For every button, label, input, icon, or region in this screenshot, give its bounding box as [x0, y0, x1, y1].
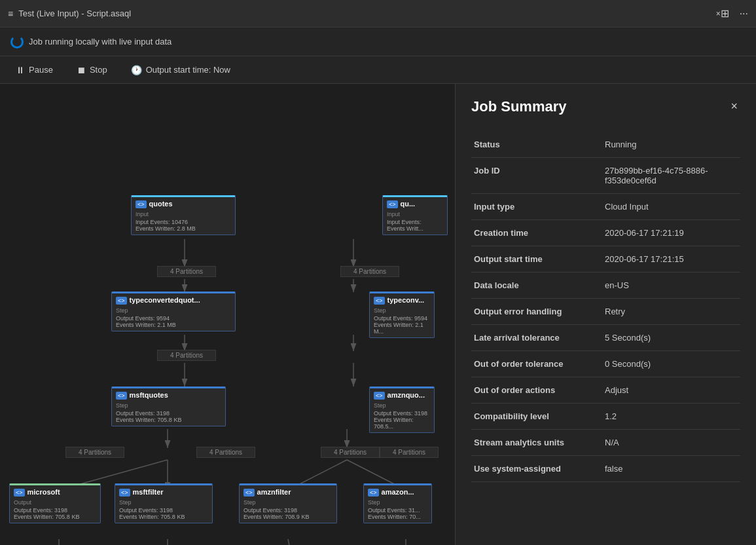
summary-row: Output error handlingRetry: [471, 299, 740, 325]
step-icon6: <>: [243, 489, 255, 497]
node-microsoft-out[interactable]: <> microsoft Output Output Events: 3198 …: [9, 483, 101, 523]
node-typeconvert1-title: typeconvertedquot...: [130, 296, 200, 304]
summary-row-label: Compatibility level: [471, 404, 602, 430]
summary-row-label: Output start time: [471, 246, 602, 272]
summary-row-value: false: [602, 456, 740, 482]
node-amznfilter-title: amznfilter: [257, 488, 291, 496]
summary-row: StatusRunning: [471, 132, 740, 158]
node-quotes2-stat1: Input Events:: [387, 219, 443, 225]
step-icon1: <>: [116, 297, 127, 305]
step-icon5: <>: [119, 489, 130, 497]
more-icon[interactable]: ···: [740, 8, 748, 20]
node-quotes2[interactable]: <> qu... Input Input Events: Events Writ…: [382, 195, 448, 235]
job-summary-panel: Job Summary × StatusRunningJob ID27b899b…: [455, 84, 756, 545]
stop-button[interactable]: ⏹ Stop: [71, 62, 113, 78]
step-icon2: <>: [374, 297, 385, 305]
node-typeconvert1[interactable]: <> typeconvertedquot... Step Output Even…: [111, 291, 236, 331]
pause-icon: ⏸: [16, 65, 25, 75]
pause-label: Pause: [29, 65, 53, 75]
output-start-time-button[interactable]: 🕐 Output start time: Now: [126, 62, 236, 78]
node-msftfilter[interactable]: <> msftfilter Step Output Events: 3198 E…: [115, 483, 213, 523]
node-quotes1-stat2: Events Written: 2.8 MB: [135, 225, 231, 232]
summary-row-value: Cloud Input: [602, 194, 740, 220]
summary-row-label: Data locale: [471, 272, 602, 299]
clock-icon: 🕐: [131, 65, 142, 75]
summary-row-label: Job ID: [471, 158, 602, 194]
node-amznfilter[interactable]: <> amznfilter Step Output Events: 3198 E…: [239, 483, 337, 523]
step-icon4: <>: [374, 392, 385, 400]
node-amznquotes-stat2: Events Written: 708.5...: [374, 417, 430, 430]
node-typeconvert2-title: typeconv...: [387, 296, 425, 304]
summary-row: Job ID27b899bb-ef16-4c75-8886-f353de0cef…: [471, 158, 740, 194]
summary-row: Use system-assignedfalse: [471, 456, 740, 482]
summary-row: Input typeCloud Input: [471, 194, 740, 220]
node-msftfilter-title: msftfilter: [133, 488, 164, 496]
partition-label-4c: 4 Partitions: [321, 447, 380, 458]
summary-header: Job Summary ×: [471, 97, 740, 116]
node-quotes1-title: quotes: [149, 200, 173, 208]
summary-row-value: 2020-06-17 17:21:19: [602, 220, 740, 246]
summary-row-value: 1.2: [602, 404, 740, 430]
node-amazon-out-stat2: Events Written: 70...: [368, 514, 427, 520]
node-microsoft-out-stat2: Events Written: 705.8 KB: [14, 514, 96, 520]
title-bar: ≡ Test (Live Input) - Script.asaql × ⊞ ·…: [0, 0, 756, 28]
node-amazon-out[interactable]: <> amazon... Step Output Events: 31... E…: [363, 483, 432, 523]
main-content: <> quotes Input Input Events: 10476 Even…: [0, 84, 756, 545]
node-amznfilter-subtitle: Step: [243, 499, 333, 506]
summary-close-button[interactable]: ×: [728, 97, 740, 116]
menu-icon[interactable]: ≡: [8, 9, 13, 19]
node-typeconvert2-stat1: Output Events: 9594: [374, 315, 430, 322]
summary-row-label: Output error handling: [471, 299, 602, 325]
summary-row-value: en-US: [602, 272, 740, 299]
node-msftquotes-subtitle: Step: [116, 402, 221, 409]
output-icon1: <>: [14, 489, 25, 497]
layout-icon[interactable]: ⊞: [721, 7, 729, 20]
node-msftfilter-stat2: Events Written: 705.8 KB: [119, 514, 208, 520]
summary-row: Late arrival tolerance5 Second(s): [471, 325, 740, 351]
pause-button[interactable]: ⏸ Pause: [10, 62, 58, 78]
node-msftquotes-stat1: Output Events: 3198: [116, 410, 221, 417]
node-typeconvert2[interactable]: <> typeconv... Step Output Events: 9594 …: [369, 291, 435, 338]
partition-label-2: 4 Partitions: [340, 266, 399, 277]
partition-label-4a: 4 Partitions: [65, 447, 124, 458]
node-typeconvert1-stat1: Output Events: 9594: [116, 315, 231, 322]
summary-row-value: 5 Second(s): [602, 325, 740, 351]
summary-row-value: Adjust: [602, 377, 740, 404]
summary-row-value: N/A: [602, 430, 740, 456]
summary-table: StatusRunningJob ID27b899bb-ef16-4c75-88…: [471, 132, 740, 482]
node-amznfilter-stat1: Output Events: 3198: [243, 507, 333, 514]
summary-row-label: Use system-assigned: [471, 456, 602, 482]
title-bar-actions: ⊞ ···: [721, 7, 748, 20]
node-msftquotes[interactable]: <> msftquotes Step Output Events: 3198 E…: [111, 386, 226, 426]
summary-row: Stream analytics unitsN/A: [471, 430, 740, 456]
node-microsoft-out-subtitle: Output: [14, 499, 96, 506]
status-text: Job running locally with live input data: [29, 37, 171, 47]
stop-label: Stop: [90, 65, 107, 75]
node-typeconvert1-stat2: Events Written: 2.1 MB: [116, 322, 231, 328]
node-microsoft-out-stat1: Output Events: 3198: [14, 507, 96, 514]
summary-row: Compatibility level1.2: [471, 404, 740, 430]
summary-row-label: Status: [471, 132, 602, 158]
node-amznquotes[interactable]: <> amznquo... Step Output Events: 3198 E…: [369, 386, 435, 433]
summary-row-label: Input type: [471, 194, 602, 220]
summary-row-value: Running: [602, 132, 740, 158]
node-amazon-out-stat1: Output Events: 31...: [368, 507, 427, 514]
node-quotes1-subtitle: Input: [135, 211, 231, 217]
tab-title: Test (Live Input) - Script.asaql: [18, 9, 709, 18]
summary-row: Out of order tolerance0 Second(s): [471, 351, 740, 377]
close-tab-icon[interactable]: ×: [716, 9, 721, 18]
node-msftfilter-subtitle: Step: [119, 499, 208, 506]
partition-label-4b: 4 Partitions: [196, 447, 255, 458]
step-icon3: <>: [116, 392, 127, 400]
summary-row-value: 0 Second(s): [602, 351, 740, 377]
node-amznquotes-title: amznquo...: [387, 391, 425, 399]
node-quotes1-stat1: Input Events: 10476: [135, 219, 231, 225]
status-spinner: [10, 35, 24, 48]
node-quotes1[interactable]: <> quotes Input Input Events: 10476 Even…: [131, 195, 236, 235]
summary-row: Output start time2020-06-17 17:21:15: [471, 246, 740, 272]
node-typeconvert2-stat2: Events Written: 2.1 M...: [374, 322, 430, 335]
node-quotes2-subtitle: Input: [387, 211, 443, 217]
node-amznquotes-stat1: Output Events: 3198: [374, 410, 430, 417]
diagram-area[interactable]: <> quotes Input Input Events: 10476 Even…: [0, 84, 455, 545]
partition-label-3: 4 Partitions: [157, 350, 216, 361]
